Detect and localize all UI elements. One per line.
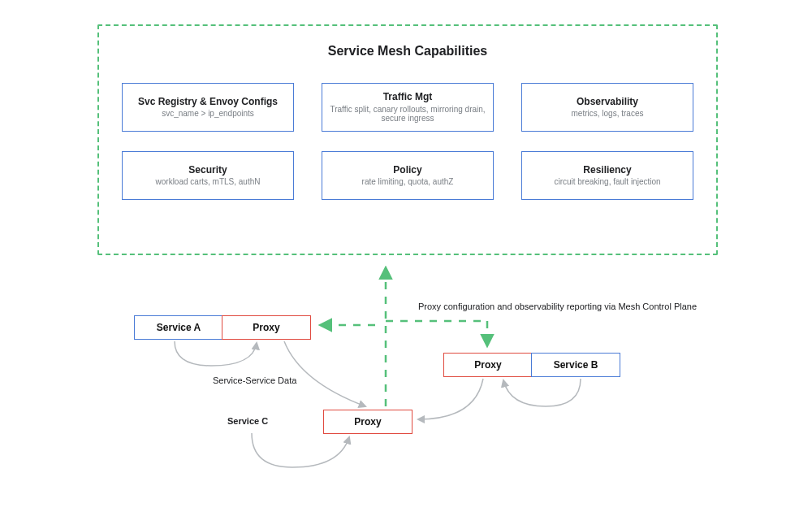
capability-title: Traffic Mgt [383,91,433,102]
capability-policy: Policy rate limiting, quota, authZ [322,151,494,200]
service-a-label: Service A [157,322,201,333]
capability-sub: Traffic split, canary rollouts, mirrorin… [326,105,489,124]
capability-observability: Observability metrics, logs, traces [521,83,693,132]
capability-sub: metrics, logs, traces [572,109,644,119]
capability-title: Security [188,164,227,176]
capability-title: Policy [393,164,421,176]
capability-sub: rate limiting, quota, authZ [362,177,454,187]
proxy-a-box: Proxy [222,315,311,340]
service-b-label: Service B [554,359,598,371]
capabilities-container: Service Mesh Capabilities Svc Registry &… [97,24,718,255]
capability-title: Svc Registry & Envoy Configs [138,96,278,107]
capability-traffic: Traffic Mgt Traffic split, canary rollou… [322,83,494,132]
mesh-control-caption: Proxy configuration and observability re… [418,302,702,311]
capability-sub: circuit breaking, fault injection [554,177,660,187]
service-b-box: Service B [531,353,620,377]
capability-title: Resiliency [583,164,631,176]
proxy-c-box: Proxy [323,410,412,434]
capability-registry: Svc Registry & Envoy Configs svc_name > … [122,83,294,132]
capability-security: Security workload carts, mTLS, authN [122,151,294,200]
diagram-title: Service Mesh Capabilities [99,44,716,59]
proxy-a-label: Proxy [253,322,279,333]
proxy-c-label: Proxy [354,416,381,427]
control-plane-arrows [321,268,487,406]
proxy-b-label: Proxy [474,359,501,371]
capability-sub: workload carts, mTLS, authN [156,177,261,187]
service-c-label: Service C [227,416,268,426]
capability-title: Observability [577,96,638,107]
proxy-b-box: Proxy [443,353,533,377]
capability-sub: svc_name > ip_endpoints [162,109,254,119]
capability-resiliency: Resiliency circuit breaking, fault injec… [521,151,693,200]
service-a-box: Service A [134,315,223,340]
svc-svc-data-caption: Service-Service Data [213,375,296,385]
capabilities-grid: Svc Registry & Envoy Configs svc_name > … [122,83,693,200]
